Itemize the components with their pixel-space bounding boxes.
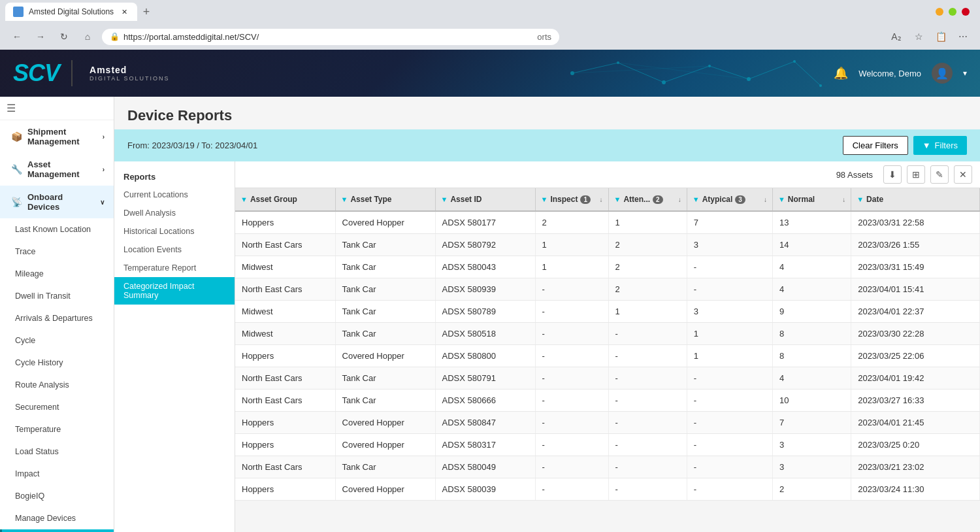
url-bar[interactable]: 🔒 https://portal.amsteddigital.net/SCV/ … <box>102 29 559 45</box>
sidebar-label-shipment-management: Shipment Management <box>27 127 97 146</box>
col-header-atten[interactable]: ▼ Atten... 2 ↓ <box>608 188 687 211</box>
download-button[interactable]: ⬇ <box>883 165 902 184</box>
forward-button[interactable]: → <box>31 27 50 46</box>
col-badge-atten: 2 <box>653 195 663 204</box>
sidebar-label-securement: Securement <box>15 403 59 412</box>
sidebar-item-dwell-in-transit[interactable]: Dwell in Transit <box>0 285 114 307</box>
sidebar-label-route-analysis: Route Analysis <box>15 380 69 390</box>
sidebar-item-last-known-location[interactable]: Last Known Location <box>0 218 114 241</box>
reports-nav-historical-locations[interactable]: Historical Locations <box>114 222 235 241</box>
sidebar-label-arrivals-departures: Arrivals & Departures <box>15 314 93 323</box>
cell-asset-id: ADSX 580039 <box>435 478 535 501</box>
table-row[interactable]: Midwest Tank Car ADSX 580518 - - 1 8 202… <box>235 323 980 345</box>
sidebar-label-trace: Trace <box>15 247 36 256</box>
browser-tab[interactable]: Amsted Digital Solutions ✕ <box>5 3 137 21</box>
table-row[interactable]: North East Cars Tank Car ADSX 580791 - -… <box>235 367 980 390</box>
table-row[interactable]: North East Cars Tank Car ADSX 580666 - -… <box>235 390 980 412</box>
table-area: 98 Assets ⬇ ⊞ ✎ ✕ <box>235 161 980 532</box>
reports-nav-current-locations[interactable]: Current Locations <box>114 186 235 204</box>
favorites-button[interactable]: ☆ <box>909 27 928 46</box>
filters-button[interactable]: ▼ Filters <box>913 136 967 155</box>
cell-inspect: - <box>535 345 608 367</box>
sidebar-item-shipment-management[interactable]: 📦 Shipment Management › <box>0 120 114 153</box>
col-sort-normal[interactable]: ↓ <box>842 196 845 203</box>
cell-asset-type: Tank Car <box>335 456 435 478</box>
sidebar-label-mileage: Mileage <box>15 269 44 278</box>
notification-bell[interactable]: 🔔 <box>834 66 848 80</box>
col-header-asset-id[interactable]: ▼ Asset ID <box>435 188 535 211</box>
cell-atten: - <box>608 478 687 501</box>
welcome-text: Welcome, Demo <box>858 69 921 78</box>
table-row[interactable]: Hoppers Covered Hopper ADSX 580317 - - -… <box>235 434 980 456</box>
table-row[interactable]: Hoppers Covered Hopper ADSX 580177 2 1 7… <box>235 211 980 234</box>
cell-asset-id: ADSX 580792 <box>435 234 535 256</box>
sidebar-chevron-shipment: › <box>103 133 105 141</box>
table-row[interactable]: North East Cars Tank Car ADSX 580792 1 2… <box>235 234 980 256</box>
reports-nav-dwell-analysis[interactable]: Dwell Analysis <box>114 204 235 222</box>
col-header-asset-group[interactable]: ▼ Asset Group <box>235 188 335 211</box>
cell-date: 2023/03/26 1:55 <box>851 234 980 256</box>
sidebar-item-mileage[interactable]: Mileage <box>0 263 114 285</box>
col-sort-atypical[interactable]: ↓ <box>764 196 767 203</box>
table-row[interactable]: Hoppers Covered Hopper ADSX 580800 - - 1… <box>235 345 980 367</box>
cell-atten: 1 <box>608 211 687 234</box>
col-header-atypical[interactable]: ▼ Atypical 3 ↓ <box>687 188 772 211</box>
grid-view-button[interactable]: ⊞ <box>907 165 925 184</box>
tab-close-button[interactable]: ✕ <box>119 7 129 17</box>
new-tab-button[interactable]: + <box>137 3 155 21</box>
reports-nav-categorized-impact-summary[interactable]: Categorized Impact Summary <box>114 277 235 305</box>
sidebar-item-temperature[interactable]: Temperature <box>0 418 114 441</box>
cell-date: 2023/03/31 22:58 <box>851 211 980 234</box>
sidebar-item-manage-devices[interactable]: Manage Devices <box>0 507 114 529</box>
col-header-inspect[interactable]: ▼ Inspect 1 ↓ <box>535 188 608 211</box>
reports-nav-location-events[interactable]: Location Events <box>114 241 235 259</box>
sidebar-item-device-reports[interactable]: Device Reports <box>0 529 114 532</box>
sidebar-item-route-analysis[interactable]: Route Analysis <box>0 374 114 396</box>
cell-asset-group: North East Cars <box>235 278 335 301</box>
reload-button[interactable]: ↻ <box>55 27 73 46</box>
table-row[interactable]: Hoppers Covered Hopper ADSX 580847 - - -… <box>235 412 980 434</box>
translate-button[interactable]: A₂ <box>887 27 906 46</box>
user-avatar[interactable]: 👤 <box>932 63 953 84</box>
back-button[interactable]: ← <box>8 27 26 46</box>
table-row[interactable]: Hoppers Covered Hopper ADSX 580039 - - -… <box>235 478 980 501</box>
table-row[interactable]: North East Cars Tank Car ADSX 580049 - -… <box>235 456 980 478</box>
sidebar-item-impact[interactable]: Impact <box>0 463 114 485</box>
sidebar-item-arrivals-departures[interactable]: Arrivals & Departures <box>0 307 114 329</box>
sidebar-item-cycle-history[interactable]: Cycle History <box>0 352 114 374</box>
svg-line-11 <box>749 61 794 79</box>
edit-button[interactable]: ✎ <box>930 165 949 184</box>
home-button[interactable]: ⌂ <box>78 27 97 46</box>
reports-nav-temperature-report[interactable]: Temperature Report <box>114 259 235 277</box>
sidebar-label-impact: Impact <box>15 469 40 478</box>
col-sort-atten[interactable]: ↓ <box>678 196 681 203</box>
cell-atten: 2 <box>608 278 687 301</box>
sidebar-item-onboard-devices[interactable]: 📡 Onboard Devices ∨ <box>0 186 114 218</box>
settings-button[interactable]: ⋯ <box>954 27 972 46</box>
cell-inspect: - <box>535 478 608 501</box>
table-row[interactable]: Midwest Tank Car ADSX 580043 1 2 - 4 202… <box>235 256 980 278</box>
sidebar-label-asset-management: Asset Management <box>27 159 97 179</box>
close-table-button[interactable]: ✕ <box>954 165 972 184</box>
sidebar-item-cycle[interactable]: Cycle <box>0 329 114 352</box>
reports-sidebar: Reports Current Locations Dwell Analysis… <box>114 161 235 532</box>
cell-atten: - <box>608 434 687 456</box>
col-sort-inspect[interactable]: ↓ <box>600 196 603 203</box>
sidebar-item-trace[interactable]: Trace <box>0 241 114 263</box>
sidebar-collapse-button[interactable]: ☰ <box>0 97 114 120</box>
col-header-normal[interactable]: ▼ Normal ↓ <box>772 188 851 211</box>
sidebar-item-securement[interactable]: Securement <box>0 396 114 418</box>
sidebar-item-asset-management[interactable]: 🔧 Asset Management › <box>0 153 114 186</box>
sidebar-item-load-status[interactable]: Load Status <box>0 441 114 463</box>
cell-date: 2023/03/30 22:28 <box>851 323 980 345</box>
table-row[interactable]: North East Cars Tank Car ADSX 580939 - 2… <box>235 278 980 301</box>
collections-button[interactable]: 📋 <box>932 27 950 46</box>
col-header-asset-type[interactable]: ▼ Asset Type <box>335 188 435 211</box>
cell-normal: 13 <box>772 211 851 234</box>
table-row[interactable]: Midwest Tank Car ADSX 580789 - 1 3 9 202… <box>235 301 980 323</box>
col-header-date[interactable]: ▼ Date <box>851 188 980 211</box>
user-menu-chevron[interactable]: ▾ <box>963 69 967 78</box>
tab-favicon <box>13 7 24 17</box>
clear-filters-button[interactable]: Clear Filters <box>843 136 908 155</box>
sidebar-item-bogieiq[interactable]: BogieIQ <box>0 485 114 507</box>
